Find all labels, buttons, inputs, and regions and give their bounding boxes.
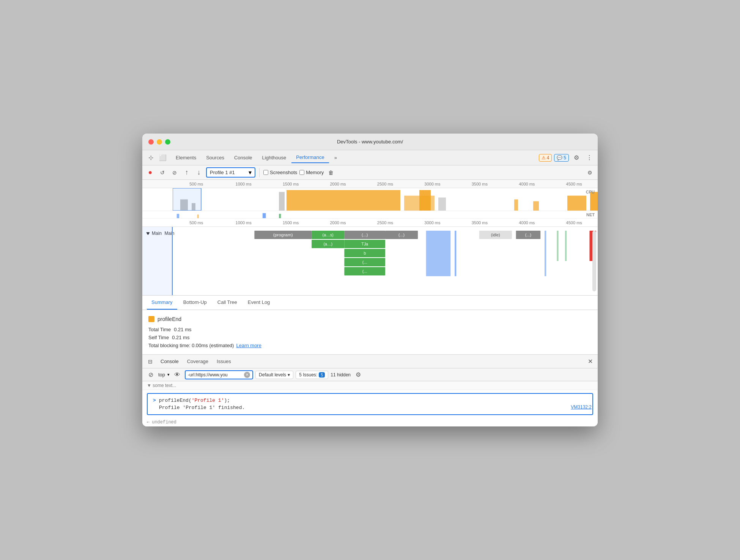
profile-icon [148, 316, 154, 322]
issues-badge[interactable]: 5 Issues: 5 [296, 371, 328, 379]
console-sidebar-icon[interactable]: ⊟ [145, 357, 155, 367]
console-tabs: Console Coverage Issues [157, 356, 584, 367]
context-dropdown-icon[interactable]: ▾ [167, 372, 170, 377]
memory-checkbox-label[interactable]: Memory [299, 170, 324, 175]
tab-call-tree[interactable]: Call Tree [213, 296, 242, 310]
svg-rect-5 [419, 190, 431, 211]
svg-text:(idle): (idle) [491, 233, 500, 237]
console-tab-coverage[interactable]: Coverage [183, 356, 212, 367]
profile-name: Profile 1 #1 [210, 170, 247, 175]
devtools-more-icon[interactable]: ⋮ [584, 153, 595, 163]
devtools-tabs-list: Elements Sources Console Lighthouse Perf… [171, 152, 539, 163]
eye-icon[interactable]: 👁 [172, 370, 183, 380]
device-toolbar-icon[interactable]: ⬜ [157, 153, 168, 163]
download-button[interactable]: ↓ [194, 168, 204, 178]
main-ruler-tick-9: 4500 ms [551, 220, 598, 225]
console-tab-console[interactable]: Console [157, 356, 183, 367]
context-label: top [158, 372, 165, 378]
upload-button[interactable]: ↑ [182, 168, 192, 178]
devtools-settings-icon[interactable]: ⚙ [571, 153, 582, 163]
console-header: ⊟ Console Coverage Issues ✕ [142, 355, 598, 368]
svg-rect-13 [197, 215, 199, 219]
ruler-tick-5: 2500 ms [362, 182, 409, 186]
tabs-right-controls: ⚠ 4 💬 5 ⚙ ⋮ [539, 153, 595, 163]
memory-checkbox[interactable] [299, 170, 304, 175]
perf-settings-icon[interactable]: ⚙ [585, 168, 595, 178]
window-title: DevTools - www.youtube.com/ [337, 139, 403, 145]
info-count: 5 [564, 155, 566, 160]
main-ruler-tick-2: 1000 ms [220, 220, 267, 225]
cpu-chart: CPU [142, 188, 598, 211]
levels-chevron-icon: ▾ [288, 372, 290, 378]
flame-chart: ▼ ▼ Main Main (program) (a…s) (...) (... [142, 227, 598, 295]
stop-button[interactable]: ⊘ [170, 168, 179, 178]
tab-bottom-up[interactable]: Bottom-Up [179, 296, 211, 310]
ruler-tick-7: 3500 ms [456, 182, 503, 186]
console-output-block: > profileEnd('Profile 1'); Profile 'Prof… [147, 393, 593, 415]
ruler-tick-1: 500 ms [173, 182, 220, 186]
tab-elements[interactable]: Elements [171, 153, 201, 163]
perf-toolbar-right: ⚙ [585, 168, 595, 178]
cpu-ruler: 500 ms 1000 ms 1500 ms 2000 ms 2500 ms 3… [142, 180, 598, 188]
refresh-record-button[interactable]: ↺ [157, 168, 167, 178]
inspector-icon[interactable]: ⊹ [145, 153, 156, 163]
warning-badge[interactable]: ⚠ 4 [539, 154, 552, 162]
timeline-area: 500 ms 1000 ms 1500 ms 2000 ms 2500 ms 3… [142, 180, 598, 296]
info-icon: 💬 [557, 155, 562, 160]
blocking-time-row: Total blocking time: 0.00ms (estimated) … [148, 343, 592, 348]
console-command-line: > profileEnd('Profile 1'); [153, 398, 587, 403]
self-time-label: Self Time [148, 335, 169, 340]
ruler-tick-3: 1500 ms [267, 182, 314, 186]
devtools-left-icons: ⊹ ⬜ [145, 153, 168, 163]
close-button[interactable] [148, 139, 154, 145]
main-ruler-tick-1: 500 ms [173, 220, 220, 225]
ruler-tick-8: 4000 ms [503, 182, 550, 186]
learn-more-link[interactable]: Learn more [236, 343, 261, 348]
svg-rect-41 [557, 231, 558, 261]
console-close-button[interactable]: ✕ [586, 357, 595, 366]
total-time-label: Total Time [148, 327, 171, 332]
console-settings-icon[interactable]: ⚙ [353, 370, 364, 380]
net-chart: NET [142, 211, 598, 219]
tab-console[interactable]: Console [230, 153, 257, 163]
main-ruler-tick-7: 3500 ms [456, 220, 503, 225]
svg-rect-6 [438, 198, 446, 211]
tab-lighthouse[interactable]: Lighthouse [258, 153, 291, 163]
tab-more[interactable]: » [330, 153, 342, 163]
fullscreen-button[interactable] [165, 139, 170, 145]
vm-link[interactable]: VM3132:2 [571, 404, 592, 410]
record-button[interactable]: ● [145, 168, 155, 178]
svg-rect-34 [426, 231, 451, 276]
warning-icon: ⚠ [542, 155, 546, 160]
delete-profile-button[interactable]: 🗑 [326, 168, 336, 178]
screenshots-checkbox-label[interactable]: Screenshots [263, 170, 297, 175]
console-tab-issues[interactable]: Issues [213, 356, 235, 367]
tab-sources[interactable]: Sources [202, 153, 229, 163]
flame-canvas[interactable]: (program) (a…s) (...) (...) (a…) TJa b [173, 227, 598, 295]
summary-tab-bar: Summary Bottom-Up Call Tree Event Log [142, 296, 598, 310]
profile-selector[interactable]: Profile 1 #1 ▾ [206, 167, 255, 178]
minimize-button[interactable] [157, 139, 162, 145]
info-badge[interactable]: 💬 5 [554, 154, 569, 162]
svg-rect-15 [279, 214, 281, 218]
flame-scrollbar[interactable] [592, 231, 596, 291]
traffic-lights [148, 139, 170, 145]
console-stop-icon[interactable]: ⊘ [145, 370, 156, 380]
performance-toolbar: ● ↺ ⊘ ↑ ↓ Profile 1 #1 ▾ Screenshots Mem… [142, 165, 598, 180]
profile-title: profileEnd [148, 316, 592, 322]
total-time-value: 0.21 ms [174, 327, 191, 332]
svg-text:(a…s): (a…s) [323, 233, 334, 237]
filter-input-box[interactable]: -url:https://www.you ✕ [185, 370, 253, 379]
svg-text:(a…): (a…) [323, 242, 332, 246]
console-command: profileEnd('Profile 1'); [159, 398, 230, 403]
tab-summary[interactable]: Summary [147, 296, 177, 310]
screenshots-checkbox[interactable] [263, 170, 268, 175]
tab-event-log[interactable]: Event Log [243, 296, 275, 310]
tab-performance[interactable]: Performance [291, 152, 329, 163]
self-time-value: 0.21 ms [172, 335, 189, 340]
filter-clear-button[interactable]: ✕ [244, 372, 250, 378]
svg-rect-10 [590, 192, 598, 211]
svg-text:(...: (... [362, 260, 367, 264]
svg-rect-2 [279, 192, 285, 211]
default-levels-button[interactable]: Default levels ▾ [255, 371, 293, 379]
